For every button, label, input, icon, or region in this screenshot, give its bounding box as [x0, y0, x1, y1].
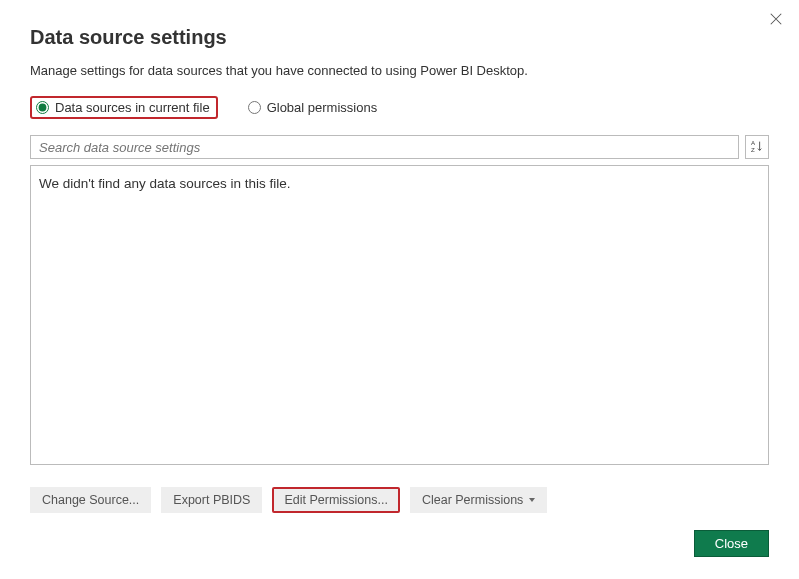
close-icon[interactable] [765, 8, 787, 34]
dialog-title: Data source settings [30, 26, 769, 49]
radio-global-permissions-label: Global permissions [267, 100, 378, 115]
radio-global-permissions[interactable]: Global permissions [248, 100, 378, 115]
clear-permissions-label: Clear Permissions [422, 493, 523, 507]
dialog-subtitle: Manage settings for data sources that yo… [30, 63, 769, 78]
svg-text:Z: Z [751, 146, 755, 153]
radio-current-file-input[interactable] [36, 101, 49, 114]
radio-global-permissions-input[interactable] [248, 101, 261, 114]
export-pbids-button[interactable]: Export PBIDS [161, 487, 262, 513]
radio-current-file-label: Data sources in current file [55, 100, 210, 115]
chevron-down-icon [529, 498, 535, 502]
close-button[interactable]: Close [694, 530, 769, 557]
sort-button[interactable]: A Z [745, 135, 769, 159]
search-input[interactable] [30, 135, 739, 159]
action-button-row: Change Source... Export PBIDS Edit Permi… [30, 487, 769, 513]
sort-az-icon: A Z [750, 139, 764, 156]
data-source-settings-dialog: Data source settings Manage settings for… [0, 0, 799, 579]
scope-radio-group: Data sources in current file Global perm… [30, 96, 769, 119]
radio-current-file[interactable]: Data sources in current file [30, 96, 218, 119]
svg-text:A: A [751, 139, 756, 146]
edit-permissions-button[interactable]: Edit Permissions... [272, 487, 400, 513]
dialog-footer: Close [694, 530, 769, 557]
empty-list-message: We didn't find any data sources in this … [39, 176, 760, 191]
clear-permissions-button[interactable]: Clear Permissions [410, 487, 547, 513]
change-source-button[interactable]: Change Source... [30, 487, 151, 513]
data-source-list[interactable]: We didn't find any data sources in this … [30, 165, 769, 465]
search-row: A Z [30, 135, 769, 159]
